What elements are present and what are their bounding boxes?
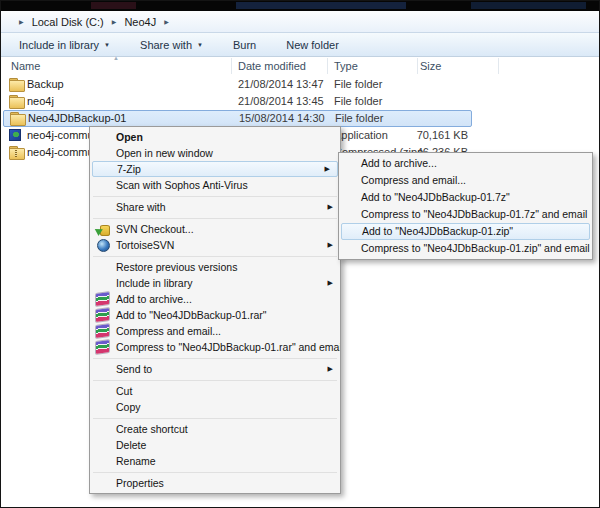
file-name: neo4j-commu xyxy=(27,144,94,161)
menu-item-label: SVN Checkout... xyxy=(116,223,194,235)
chevron-down-icon: ▼ xyxy=(197,42,203,48)
application-icon xyxy=(9,129,21,141)
breadcrumb-arrow-icon[interactable]: ▶ xyxy=(106,18,123,25)
column-header-date-modified[interactable]: Date modified xyxy=(238,57,306,75)
menu-item-label: Compress to "Neo4JDbBackup-01.rar" and e… xyxy=(116,341,340,353)
menu-item-restore-previous-versions[interactable]: Restore previous versions xyxy=(90,259,340,275)
winrar-icon xyxy=(96,293,110,305)
menu-item-label: 7-Zip xyxy=(117,163,141,175)
column-divider[interactable] xyxy=(417,58,418,74)
column-divider[interactable] xyxy=(327,58,328,74)
explorer-window: ▶ Local Disk (C:) ▶ Neo4J ▶ Include in l… xyxy=(0,0,600,508)
menu-item-copy[interactable]: Copy xyxy=(90,399,340,415)
file-row-neo4j[interactable]: neo4j 21/08/2014 13:45 File folder xyxy=(3,93,472,110)
column-header-type[interactable]: Type xyxy=(334,57,358,75)
submenu-arrow-icon: ▶ xyxy=(325,162,330,176)
menu-item-properties[interactable]: Properties xyxy=(90,475,340,491)
file-type: File folder xyxy=(334,93,382,110)
command-toolbar: Include in library ▼ Share with ▼ Burn N… xyxy=(1,33,599,57)
sort-ascending-icon: ▲ xyxy=(113,55,119,61)
submenu-item-add-to-archive[interactable]: Add to archive... xyxy=(339,155,592,172)
menu-item-scan-with-sophos[interactable]: Scan with Sophos Anti-Virus xyxy=(90,177,340,193)
menu-item-create-shortcut[interactable]: Create shortcut xyxy=(90,421,340,437)
menu-item-open-in-new-window[interactable]: Open in new window xyxy=(90,145,340,161)
winrar-icon xyxy=(96,341,110,353)
title-bar-fragment xyxy=(91,2,136,9)
7zip-submenu: Add to archive... Compress and email... … xyxy=(338,152,593,260)
toolbar-share-with-button[interactable]: Share with ▼ xyxy=(140,39,203,51)
menu-item-label: Send to xyxy=(116,363,152,375)
folder-icon xyxy=(10,112,24,124)
submenu-item-add-to-7z[interactable]: Add to "Neo4JDbBackup-01.7z" xyxy=(339,189,592,206)
menu-item-tortoisesvn[interactable]: TortoiseSVN ▶ xyxy=(90,237,340,253)
svn-checkout-icon xyxy=(96,223,110,235)
tortoisesvn-icon xyxy=(96,239,110,251)
toolbar-item-label: Include in library xyxy=(19,39,99,51)
submenu-arrow-icon: ▶ xyxy=(328,361,333,377)
menu-item-compress-and-email[interactable]: Compress and email... xyxy=(90,323,340,339)
file-name: neo4j xyxy=(27,93,54,110)
menu-item-send-to[interactable]: Send to ▶ xyxy=(90,361,340,377)
file-row-neo4jdbbackup-01-selected[interactable]: Neo4JDbBackup-01 15/08/2014 14:30 File f… xyxy=(3,110,472,127)
menu-item-add-to-rar[interactable]: Add to "Neo4JDbBackup-01.rar" xyxy=(90,307,340,323)
submenu-item-compress-to-7z-and-email[interactable]: Compress to "Neo4JDbBackup-01.7z" and em… xyxy=(339,206,592,223)
breadcrumb-arrow-icon[interactable]: ▶ xyxy=(158,18,175,25)
title-bar xyxy=(1,1,599,11)
menu-item-cut[interactable]: Cut xyxy=(90,383,340,399)
title-bar-fragment xyxy=(236,2,406,9)
breadcrumb-arrow-icon[interactable]: ▶ xyxy=(13,18,30,25)
submenu-item-compress-to-zip-and-email[interactable]: Compress to "Neo4JDbBackup-01.zip" and e… xyxy=(339,240,592,257)
file-name: neo4j-commu xyxy=(27,127,94,144)
breadcrumb: ▶ Local Disk (C:) ▶ Neo4J ▶ xyxy=(1,11,599,33)
column-divider[interactable] xyxy=(498,58,499,74)
column-header-name[interactable]: Name xyxy=(11,57,40,75)
file-date: 21/08/2014 13:45 xyxy=(238,93,324,110)
menu-item-share-with[interactable]: Share with ▶ xyxy=(90,199,340,215)
submenu-arrow-icon: ▶ xyxy=(328,275,333,291)
toolbar-item-label: Share with xyxy=(140,39,192,51)
toolbar-include-in-library-button[interactable]: Include in library ▼ xyxy=(19,39,110,51)
file-name: Neo4JDbBackup-01 xyxy=(28,111,126,126)
submenu-item-add-to-zip[interactable]: Add to "Neo4JDbBackup-01.zip" xyxy=(341,223,590,240)
file-date: 21/08/2014 13:47 xyxy=(238,76,324,93)
column-header-size[interactable]: Size xyxy=(420,57,441,75)
menu-item-rename[interactable]: Rename xyxy=(90,453,340,469)
menu-item-add-to-archive[interactable]: Add to archive... xyxy=(90,291,340,307)
toolbar-item-label: New folder xyxy=(286,39,339,51)
winrar-icon xyxy=(96,325,110,337)
file-date: 15/08/2014 14:30 xyxy=(239,111,325,126)
file-type: File folder xyxy=(335,111,383,126)
menu-item-label: Compress and email... xyxy=(116,325,221,337)
toolbar-burn-button[interactable]: Burn xyxy=(233,39,256,51)
menu-item-label: Include in library xyxy=(116,277,192,289)
breadcrumb-segment-folder[interactable]: Neo4J xyxy=(122,16,158,28)
file-name: Backup xyxy=(27,76,64,93)
folder-icon xyxy=(9,95,23,107)
breadcrumb-segment-drive[interactable]: Local Disk (C:) xyxy=(30,16,106,28)
menu-item-label: Share with xyxy=(116,201,166,213)
chevron-down-icon: ▼ xyxy=(104,42,110,48)
menu-item-open[interactable]: Open xyxy=(90,129,340,145)
menu-item-label: Add to archive... xyxy=(116,293,192,305)
menu-item-label: Add to "Neo4JDbBackup-01.rar" xyxy=(116,309,266,321)
menu-item-label: TortoiseSVN xyxy=(116,239,174,251)
menu-item-delete[interactable]: Delete xyxy=(90,437,340,453)
zip-folder-icon xyxy=(9,146,23,158)
submenu-item-compress-and-email[interactable]: Compress and email... xyxy=(339,172,592,189)
menu-item-compress-to-rar-and-email[interactable]: Compress to "Neo4JDbBackup-01.rar" and e… xyxy=(90,339,340,355)
submenu-arrow-icon: ▶ xyxy=(328,199,333,215)
file-row-backup[interactable]: Backup 21/08/2014 13:47 File folder xyxy=(3,76,472,93)
menu-item-7zip[interactable]: 7-Zip ▶ xyxy=(92,161,338,177)
submenu-arrow-icon: ▶ xyxy=(328,237,333,253)
menu-item-svn-checkout[interactable]: SVN Checkout... xyxy=(90,221,340,237)
column-divider[interactable] xyxy=(231,58,232,74)
toolbar-new-folder-button[interactable]: New folder xyxy=(286,39,339,51)
winrar-icon xyxy=(96,309,110,321)
file-type: Application xyxy=(334,127,388,144)
folder-icon xyxy=(9,78,23,90)
menu-item-include-in-library[interactable]: Include in library ▶ xyxy=(90,275,340,291)
file-type: File folder xyxy=(334,76,382,93)
toolbar-item-label: Burn xyxy=(233,39,256,51)
file-size: 70,161 KB xyxy=(417,127,468,144)
context-menu: Open Open in new window 7-Zip ▶ Scan wit… xyxy=(89,126,341,494)
